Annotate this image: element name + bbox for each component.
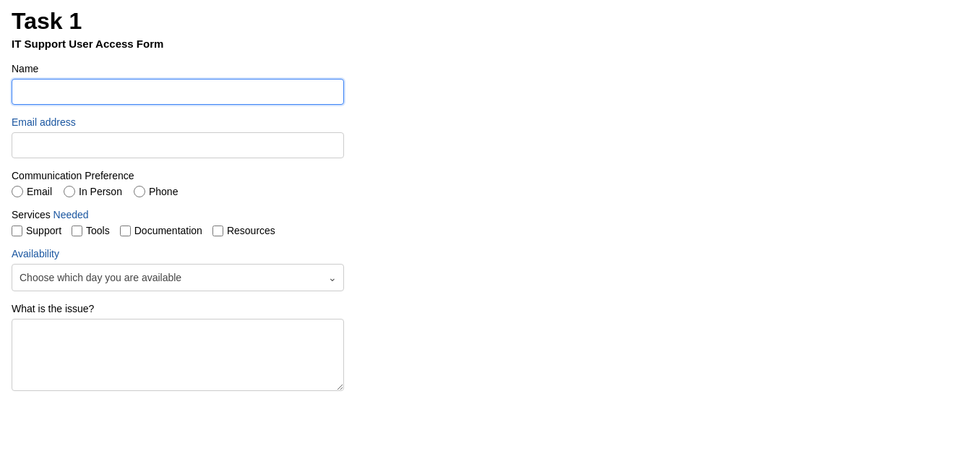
availability-select[interactable]: Choose which day you are available Monda…	[12, 264, 344, 291]
name-field-group: Name	[12, 63, 335, 105]
availability-dropdown-wrapper: Choose which day you are available Monda…	[12, 264, 344, 291]
checkbox-resources-label: Resources	[227, 225, 275, 236]
issue-textarea[interactable]	[12, 319, 344, 391]
issue-field-group: What is the issue?	[12, 303, 335, 394]
issue-label: What is the issue?	[12, 303, 335, 314]
radio-email-input[interactable]	[12, 186, 23, 197]
checkbox-documentation-input[interactable]	[120, 226, 131, 236]
checkbox-support[interactable]: Support	[12, 225, 61, 236]
checkbox-support-label: Support	[26, 225, 61, 236]
checkbox-tools-label: Tools	[86, 225, 110, 236]
radio-in-person[interactable]: In Person	[64, 186, 122, 197]
services-field-group: Services Needed Support Tools Documentat…	[12, 209, 335, 236]
checkbox-resources[interactable]: Resources	[212, 225, 275, 236]
name-label: Name	[12, 63, 335, 74]
services-label: Services Needed	[12, 209, 335, 220]
availability-label: Availability	[12, 248, 335, 259]
email-input[interactable]	[12, 132, 344, 158]
radio-in-person-input[interactable]	[64, 186, 75, 197]
communication-field-group: Communication Preference Email In Person…	[12, 170, 335, 197]
checkbox-support-input[interactable]	[12, 226, 22, 236]
radio-email[interactable]: Email	[12, 186, 52, 197]
checkbox-resources-input[interactable]	[212, 226, 223, 236]
services-word: Services	[12, 209, 53, 220]
checkbox-tools[interactable]: Tools	[72, 225, 110, 236]
checkbox-documentation[interactable]: Documentation	[120, 225, 202, 236]
availability-field-group: Availability Choose which day you are av…	[12, 248, 335, 291]
task-title: Task 1	[12, 7, 335, 35]
checkbox-documentation-label: Documentation	[134, 225, 202, 236]
email-label: Email address	[12, 116, 335, 128]
radio-phone-input[interactable]	[134, 186, 145, 197]
needed-word: Needed	[53, 209, 89, 220]
radio-phone[interactable]: Phone	[134, 186, 178, 197]
communication-radio-group: Email In Person Phone	[12, 186, 335, 197]
name-input[interactable]	[12, 79, 344, 105]
radio-phone-label: Phone	[149, 186, 178, 197]
checkbox-tools-input[interactable]	[72, 226, 82, 236]
form-subtitle: IT Support User Access Form	[12, 38, 335, 50]
services-checkbox-group: Support Tools Documentation Resources	[12, 225, 335, 236]
email-field-group: Email address	[12, 116, 335, 158]
radio-email-label: Email	[27, 186, 52, 197]
communication-label: Communication Preference	[12, 170, 335, 181]
radio-in-person-label: In Person	[79, 186, 122, 197]
form-container: Task 1 IT Support User Access Form Name …	[0, 0, 347, 413]
